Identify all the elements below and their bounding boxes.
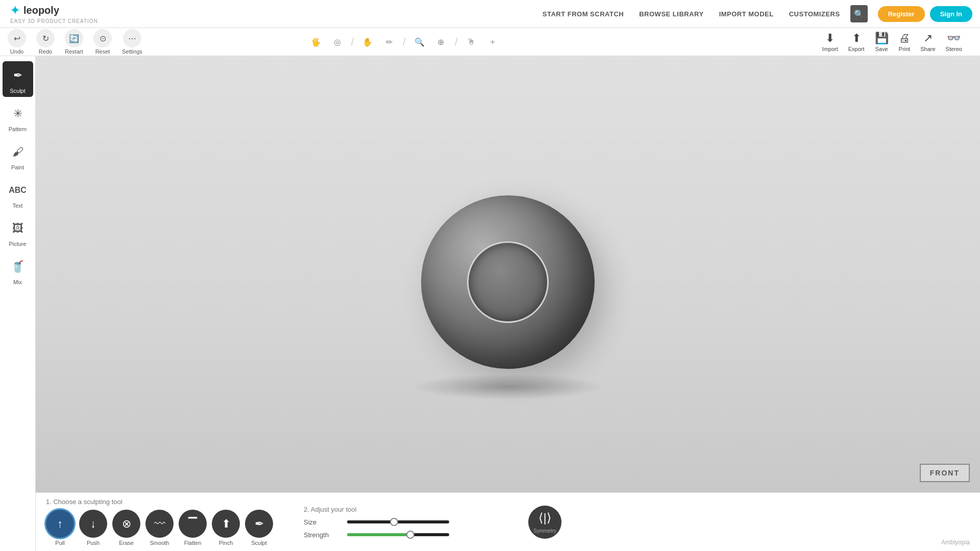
text-icon: ABC [7, 179, 29, 202]
view-label: FRONT [920, 464, 970, 482]
sculpt-icon: ✒ [7, 64, 29, 87]
redo-icon: ↻ [36, 29, 55, 47]
stereo-button[interactable]: 👓 Stereo [946, 32, 962, 52]
size-label: Size [304, 518, 339, 526]
nav-links: START FROM SCRATCH BROWSE LIBRARY IMPORT… [543, 10, 840, 18]
logo-name: leopoly [23, 5, 59, 16]
signin-button[interactable]: Sign In [930, 6, 972, 22]
nav-start[interactable]: START FROM SCRATCH [543, 10, 624, 18]
smooth-icon: 〰 [145, 510, 174, 538]
strength-slider[interactable] [347, 533, 449, 536]
amblyopia-label: Amblyopia [941, 539, 970, 546]
sidebar-item-mix[interactable]: 🥤 Mix [3, 253, 33, 288]
sphere-ring [467, 241, 549, 323]
adjust-section-title: 2. Adjust your tool [304, 506, 508, 513]
3d-sphere [421, 195, 595, 369]
nav-import[interactable]: IMPORT MODEL [719, 10, 774, 18]
cursor-icon[interactable]: 🖱 [463, 34, 479, 49]
import-icon: ⬇ [825, 32, 835, 45]
restart-icon: 🔄 [65, 29, 83, 47]
sidebar-item-paint[interactable]: 🖌 Paint [3, 138, 33, 173]
orbit-icon[interactable]: ◎ [330, 34, 345, 49]
tool-pinch[interactable]: ⬆ Pinch [212, 510, 240, 546]
rotate-view-icon[interactable]: 🖐 [308, 34, 324, 49]
tool-erase[interactable]: ⊗ Erase [112, 510, 140, 546]
pattern-icon: ✳ [7, 103, 29, 125]
sep1: / [351, 36, 354, 48]
redo-button[interactable]: ↻ Redo [36, 29, 55, 55]
export-button[interactable]: ⬆ Export [848, 32, 865, 52]
toolbar-right: ⬇ Import ⬆ Export 💾 Save 🖨 Print ↗ Share… [822, 32, 972, 52]
paint-icon: 🖌 [7, 141, 29, 163]
logo-icon: ✦ [10, 4, 19, 17]
strength-label: Strength [304, 531, 339, 539]
sidebar-item-sculpt[interactable]: ✒ Sculpt [3, 61, 33, 97]
tool-push[interactable]: ↓ Push [79, 510, 107, 546]
restart-button[interactable]: 🔄 Restart [65, 29, 83, 55]
export-icon: ⬆ [852, 32, 861, 45]
stereo-icon: 👓 [947, 32, 961, 45]
tool-sculpt[interactable]: ✒ Sculpt [245, 510, 273, 546]
print-icon: 🖨 [899, 32, 910, 45]
tool-flatten[interactable]: ▔ Flatten [179, 510, 207, 546]
symmetry-icon: ⟨|⟩ [538, 511, 551, 525]
logo-tagline: EASY 3D PRODUCT CREATION [10, 18, 98, 24]
settings-icon: ⋯ [123, 29, 141, 47]
toolbar-center: 🖐 ◎ / ✋ ✏ / 🔍 ⊕ / 🖱 ＋ [308, 34, 501, 49]
size-slider-thumb[interactable] [390, 518, 398, 526]
flatten-icon: ▔ [179, 510, 207, 538]
plus-icon[interactable]: ＋ [485, 34, 500, 49]
erase-icon: ⊗ [112, 510, 140, 538]
push-icon: ↓ [79, 510, 107, 538]
share-icon: ↗ [923, 32, 933, 45]
save-icon: 💾 [875, 32, 889, 45]
sep3: / [455, 36, 458, 48]
zoom2-icon[interactable]: ⊕ [433, 34, 449, 49]
pull-icon: ↑ [46, 510, 74, 538]
sphere-shadow [411, 374, 605, 399]
size-slider-row: Size [304, 518, 508, 526]
tool-pull[interactable]: ↑ Pull [46, 510, 74, 546]
strength-slider-thumb[interactable] [406, 531, 414, 539]
tool-smooth[interactable]: 〰 Smooth [145, 510, 174, 546]
sculpt-tools-section: 1. Choose a sculpting tool ↑ Pull ↓ Push… [46, 498, 273, 546]
pinch-icon: ⬆ [212, 510, 240, 538]
reset-icon: ⊙ [93, 29, 112, 47]
undo-icon: ↩ [8, 29, 26, 47]
zoom-icon[interactable]: 🔍 [412, 34, 427, 49]
bottom-panel: ⬇ 1. Choose a sculpting tool ↑ Pull ↓ Pu… [0, 492, 980, 551]
sidebar-item-text[interactable]: ABC Text [3, 176, 33, 212]
register-button[interactable]: Register [878, 6, 925, 22]
reset-button[interactable]: ⊙ Reset [93, 29, 112, 55]
sculpt-tools-list: ↑ Pull ↓ Push ⊗ Erase 〰 Smooth ▔ Flatten [46, 510, 273, 546]
share-button[interactable]: ↗ Share [920, 32, 935, 52]
sculpt-tool-icon: ✒ [245, 510, 273, 538]
symmetry-button[interactable]: ⟨|⟩ Symmetry [528, 506, 561, 539]
picture-icon: 🖼 [7, 217, 29, 240]
save-button[interactable]: 💾 Save [875, 32, 889, 52]
adjust-section: 2. Adjust your tool Size Strength [304, 506, 508, 539]
search-button[interactable]: 🔍 [850, 5, 868, 22]
canvas-area[interactable]: FRONT [36, 56, 980, 492]
left-sidebar: ✒ Sculpt ✳ Pattern 🖌 Paint ABC Text 🖼 Pi… [0, 56, 36, 551]
pan-icon[interactable]: ✋ [360, 34, 375, 49]
pencil-icon[interactable]: ✏ [381, 34, 397, 49]
sidebar-item-pattern[interactable]: ✳ Pattern [3, 99, 33, 135]
sidebar-item-picture[interactable]: 🖼 Picture [3, 214, 33, 250]
mix-icon: 🥤 [7, 256, 29, 278]
logo-area: ✦ leopoly EASY 3D PRODUCT CREATION [0, 4, 108, 24]
print-button[interactable]: 🖨 Print [899, 32, 911, 52]
undo-button[interactable]: ↩ Undo [8, 29, 26, 55]
top-bar: ✦ leopoly EASY 3D PRODUCT CREATION START… [0, 0, 980, 28]
size-slider[interactable] [347, 520, 449, 523]
toolbar-row: ↩ Undo ↻ Redo 🔄 Restart ⊙ Reset ⋯ Settin… [0, 28, 980, 56]
nav-browse[interactable]: BROWSE LIBRARY [639, 10, 703, 18]
sphere-container [406, 175, 610, 389]
sculpt-section-title: 1. Choose a sculpting tool [46, 498, 273, 506]
sep2: / [403, 36, 406, 48]
settings-button[interactable]: ⋯ Settings [122, 29, 142, 55]
strength-slider-row: Strength [304, 531, 508, 539]
import-button[interactable]: ⬇ Import [822, 32, 838, 52]
nav-customizers[interactable]: CUSTOMIZERS [789, 10, 840, 18]
